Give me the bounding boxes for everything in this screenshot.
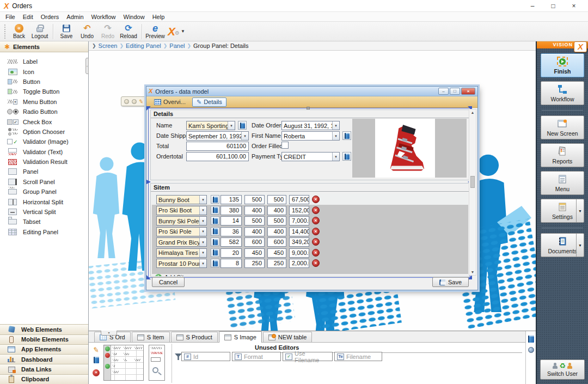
- delete-row-button[interactable]: ×: [312, 249, 320, 257]
- line-total-field[interactable]: 2,000.00: [289, 259, 309, 268]
- price2-field[interactable]: 250: [267, 259, 286, 268]
- item-lookup-button[interactable]: [211, 227, 219, 236]
- price-field[interactable]: 250: [244, 259, 265, 268]
- tab-s-product[interactable]: S Product: [171, 332, 218, 342]
- line-total-field[interactable]: 9,000.00: [289, 248, 309, 258]
- total-field[interactable]: 601100: [186, 142, 249, 151]
- palette-item-validator-image[interactable]: ✓Validator (Image): [0, 137, 88, 147]
- price-field[interactable]: 600: [244, 237, 265, 247]
- quantity-field[interactable]: 20: [220, 248, 242, 258]
- combo-arrow-icon[interactable]: ▾: [332, 132, 339, 140]
- tab-overview[interactable]: Overvi...: [150, 97, 190, 107]
- price2-field[interactable]: 400: [267, 227, 286, 236]
- date-ordered-combobox[interactable]: August 31, 1992, 12:00 AM▾: [281, 121, 340, 130]
- back-button[interactable]: « Back: [9, 22, 29, 41]
- payment-type-combobox[interactable]: CREDIT▾: [281, 152, 340, 161]
- line-total-field[interactable]: 152,000.00: [289, 206, 309, 215]
- editor-chip-use-filename[interactable]: ✓ Use Filename: [283, 352, 333, 361]
- mini-form-widget[interactable]: [149, 345, 165, 381]
- item-lookup-button[interactable]: [211, 216, 219, 225]
- remove-row-icon[interactable]: [105, 353, 110, 358]
- book-icon[interactable]: [528, 336, 534, 343]
- menu-item-admin[interactable]: Admin: [63, 13, 87, 21]
- delete-row-button[interactable]: ×: [312, 206, 320, 214]
- palette-item-icon[interactable]: Icon: [0, 66, 88, 76]
- price-field[interactable]: 400: [244, 206, 265, 215]
- delete-table-button[interactable]: ×: [92, 368, 100, 376]
- mini-table-widget[interactable]: [103, 345, 144, 381]
- reports-button[interactable]: Reports: [541, 143, 584, 167]
- date-shipped-combobox[interactable]: September 10, 1992, 12:00▾: [186, 131, 249, 141]
- toolbar-dropdown-caret[interactable]: ▼: [181, 29, 185, 34]
- combo-arrow-icon[interactable]: ▾: [199, 259, 206, 267]
- notebook-button[interactable]: [92, 357, 100, 364]
- menu-item-orders[interactable]: Orders: [38, 13, 63, 21]
- delete-row-button[interactable]: ×: [312, 238, 320, 246]
- logout-button[interactable]: Logout: [29, 22, 50, 41]
- palette-item-vertical-split[interactable]: Vertical Split: [0, 207, 88, 217]
- tab-s-item[interactable]: S Item: [132, 332, 170, 342]
- first-name-combobox[interactable]: Roberta▾: [281, 131, 340, 141]
- settings-button[interactable]: Settings ▼: [541, 199, 584, 223]
- quantity-field[interactable]: 36: [220, 227, 242, 236]
- combo-arrow-icon[interactable]: ▾: [199, 206, 206, 215]
- cancel-button[interactable]: Cancel: [152, 277, 185, 287]
- scrollbar-thumb[interactable]: [470, 176, 475, 188]
- item-lookup-button[interactable]: [211, 195, 219, 204]
- section-dashboard[interactable]: Dashboard: [0, 354, 88, 364]
- order-filled-checkbox[interactable]: [281, 142, 289, 149]
- item-lookup-button[interactable]: [211, 259, 219, 267]
- combo-arrow-icon[interactable]: ▾: [332, 153, 339, 161]
- price2-field[interactable]: 600: [267, 237, 286, 247]
- breadcrumb-editing-panel[interactable]: Editing Panel: [126, 42, 161, 49]
- editor-chip-filename[interactable]: Te Filename: [334, 352, 382, 361]
- menu-item-workflow[interactable]: Workflow: [88, 13, 119, 21]
- insert-row-icon[interactable]: [105, 364, 110, 369]
- combo-arrow-icon[interactable]: ▾: [199, 217, 206, 225]
- palette-item-panel[interactable]: Panel: [0, 167, 88, 176]
- item-lookup-button[interactable]: [211, 248, 219, 257]
- quantity-field[interactable]: 582: [220, 237, 242, 247]
- switch-user-button[interactable]: ♻ Switch User: [540, 359, 585, 380]
- tab-s-image[interactable]: S Image: [219, 331, 262, 343]
- finish-button[interactable]: Finish: [541, 53, 584, 77]
- combo-arrow-icon[interactable]: ▾: [199, 249, 206, 257]
- delete-row-button[interactable]: ×: [312, 217, 320, 224]
- palette-item-editing-panel[interactable]: Editing Panel: [0, 227, 88, 237]
- palette-item-radio-button[interactable]: Radio Button: [0, 107, 88, 117]
- name-lookup-button[interactable]: [238, 121, 247, 130]
- dialog-titlebar[interactable]: X Orders - data model – □ ×: [146, 87, 477, 96]
- item-combobox[interactable]: Bunny Ski Pole▾: [156, 216, 207, 225]
- panel-collapse-tab[interactable]: ▾: [101, 331, 117, 336]
- edit-pencil-button[interactable]: ✎: [92, 346, 100, 354]
- palette-item-label[interactable]: Label: [0, 57, 88, 66]
- item-combobox[interactable]: Grand Prix Bicycle▾: [156, 237, 207, 247]
- tool-circle-icon[interactable]: [124, 99, 129, 104]
- reload-button[interactable]: ⟳ Reload: [118, 22, 139, 41]
- combo-arrow-icon[interactable]: ▾: [199, 238, 206, 246]
- price-field[interactable]: 400: [244, 227, 265, 236]
- palette-item-toggle-button[interactable]: Toggle Button: [0, 87, 88, 96]
- line-total-field[interactable]: 7,000.00: [289, 216, 309, 225]
- payment-type-lookup-button[interactable]: [342, 152, 351, 161]
- menu-item-file[interactable]: File: [2, 13, 19, 21]
- new-screen-button[interactable]: New Screen: [541, 115, 584, 139]
- menu-item-edit[interactable]: Edit: [20, 13, 36, 21]
- preview-button[interactable]: e Preview: [145, 22, 166, 41]
- palette-item-menu-button[interactable]: ▾Menu Button: [0, 97, 88, 107]
- section-data-links[interactable]: Data Links: [0, 364, 88, 374]
- menu-button[interactable]: Menu: [541, 171, 584, 195]
- dialog-maximize-button[interactable]: □: [450, 88, 460, 95]
- dialog-minimize-button[interactable]: –: [438, 88, 449, 95]
- item-lookup-button[interactable]: [211, 206, 219, 215]
- item-combobox[interactable]: Pro Ski Boot▾: [156, 206, 207, 215]
- line-total-field[interactable]: 14,400.00: [289, 227, 309, 236]
- redo-button[interactable]: ↷ Redo: [97, 22, 118, 41]
- price2-field[interactable]: 450: [267, 248, 286, 258]
- quantity-field[interactable]: 380: [220, 206, 242, 215]
- quantity-field[interactable]: 14: [220, 216, 242, 225]
- settings-dropdown-arrow[interactable]: ▼: [576, 199, 584, 222]
- editor-chip-format[interactable]: T Format: [232, 352, 281, 361]
- add-row-icon[interactable]: [105, 346, 110, 351]
- palette-item-button[interactable]: Button: [0, 77, 88, 87]
